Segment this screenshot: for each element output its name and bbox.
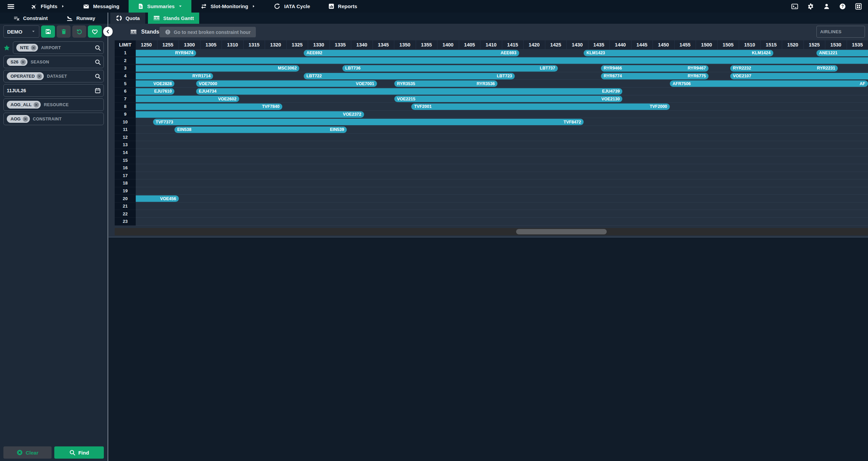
nav-item-messaging[interactable]: Messaging — [74, 0, 129, 13]
stand-occupancy-bar[interactable]: RYR3535RYR3536 — [394, 80, 498, 87]
stand-occupancy-bar[interactable]: VOE2602 — [136, 96, 239, 102]
envelope-icon — [83, 3, 89, 9]
filter-constraint[interactable]: AOGCONSTRAINT — [3, 113, 104, 125]
gear-icon[interactable] — [807, 3, 814, 10]
stand-occupancy-bar[interactable]: RYR9474 — [136, 50, 196, 56]
time-axis-label: 1420 — [523, 40, 545, 49]
stand-occupancy-bar[interactable]: LBT736LBT737 — [342, 65, 558, 72]
goto-next-broken-constraint-button[interactable]: Go to next broken constraint hour — [159, 27, 256, 37]
stand-occupancy-bar[interactable]: AEE692AEE693 — [304, 50, 519, 56]
departure-flight-label: RYR1714 — [192, 74, 211, 78]
date-field[interactable]: 11JUL26 — [3, 84, 104, 97]
filter-resource[interactable]: AOG_ALLRESOURCE — [3, 98, 104, 111]
departure-flight-label: AEE693 — [501, 51, 516, 55]
stand-occupancy-bar[interactable]: EJU4734EJU4739 — [196, 88, 623, 95]
help-icon[interactable]: ? — [839, 3, 846, 10]
gantt-row-8: 8TVF7840TVF2001TVF2000 — [115, 103, 868, 111]
departure-flight-label: RYR9474 — [175, 51, 193, 55]
stand-occupancy-bar[interactable]: EJU7610 — [136, 88, 174, 95]
user-icon[interactable] — [823, 3, 830, 10]
search-icon[interactable] — [95, 59, 101, 65]
undo-button[interactable] — [72, 25, 86, 38]
search-icon — [69, 449, 75, 456]
terminal-icon[interactable] — [791, 3, 798, 10]
stand-occupancy-bar[interactable]: TVF7840 — [136, 103, 282, 110]
stand-occupancy-bar[interactable]: AFR7506AF — [670, 80, 868, 87]
save-button[interactable] — [41, 25, 55, 38]
departure-flight-label: EJU4739 — [602, 89, 620, 94]
stand-occupancy-bar[interactable]: RYR9466RYR9467 — [601, 65, 709, 72]
chip-remove-icon[interactable] — [31, 45, 36, 51]
departure-flight-label: VOE2602 — [218, 97, 236, 101]
stand-occupancy-bar[interactable]: EIN538EIN539 — [174, 127, 347, 133]
favorite-button[interactable] — [88, 25, 102, 38]
nav-item-label: Slot-Monitoring — [211, 3, 248, 9]
tab-label: Runway — [76, 16, 95, 21]
preset-select[interactable]: DEMO — [3, 25, 39, 38]
stand-number: 2 — [115, 57, 136, 65]
time-axis-label: 1405 — [459, 40, 480, 49]
stand-occupancy-bar[interactable]: RYR1714 — [136, 73, 213, 79]
stand-occupancy-bar[interactable]: TVF7373TVF8472 — [153, 119, 584, 125]
filter-season[interactable]: S26SEASON — [3, 56, 104, 68]
hamburger-menu-button[interactable] — [0, 0, 22, 13]
tab-constraint[interactable]: Constraint — [8, 13, 53, 24]
trash-icon — [61, 28, 67, 35]
arrival-flight-label: RYR3535 — [397, 81, 415, 86]
tab-runway[interactable]: Runway — [61, 13, 101, 24]
nav-item-reports[interactable]: Reports — [319, 0, 366, 13]
departure-flight-label: RYR3536 — [477, 81, 495, 86]
time-axis-label: 1455 — [674, 40, 696, 49]
stand-occupancy-bar[interactable]: MSC3062 — [136, 65, 299, 72]
nav-item-flights[interactable]: Flights — [22, 0, 74, 13]
time-axis-label: 1435 — [588, 40, 610, 49]
apps-icon[interactable] — [855, 3, 862, 10]
tab-stands-gantt[interactable]: Stands Gantt — [148, 13, 199, 24]
horizontal-scrollbar-track[interactable] — [115, 228, 868, 235]
gantt-row-22: 22 — [115, 210, 868, 218]
nav-item-slot-monitoring[interactable]: Slot-Monitoring — [191, 0, 265, 13]
stand-occupancy-bar[interactable]: RYR2232RYR2231 — [730, 65, 838, 72]
tab-quota[interactable]: Quota — [110, 13, 145, 24]
filter-airport[interactable]: NTEAIRPORT — [13, 41, 104, 54]
filter-dataset[interactable]: OPERATEDDATASET — [3, 70, 104, 82]
calendar-icon[interactable] — [95, 88, 101, 94]
departure-flight-label: TVF8472 — [564, 120, 581, 124]
stand-occupancy-bar[interactable]: RYR6774RYR6775 — [601, 73, 709, 79]
stand-occupancy-bar[interactable]: ANE1221 — [816, 50, 868, 56]
stand-occupancy-bar[interactable]: LBT722LBT723 — [304, 73, 515, 79]
chip-remove-icon[interactable] — [20, 59, 26, 65]
stand-occupancy-bar[interactable]: TVF2001TVF2000 — [411, 103, 670, 110]
collapse-sidebar-button[interactable] — [103, 27, 113, 36]
stand-number: 5 — [115, 80, 136, 88]
find-button[interactable]: Find — [54, 446, 104, 459]
airlines-filter-input[interactable] — [816, 26, 865, 38]
search-icon[interactable] — [95, 45, 101, 51]
stand-occupancy-bar[interactable]: VOE2215VOE2130 — [394, 96, 623, 102]
nav-item-summaries[interactable]: Summaries — [129, 0, 191, 13]
stand-occupancy-bar[interactable]: KLM1423KLM1424 — [584, 50, 773, 56]
stand-occupancy-bar[interactable] — [136, 57, 868, 64]
departure-flight-label: EIN539 — [330, 127, 344, 132]
stand-occupancy-bar[interactable]: VOE2372 — [136, 111, 364, 118]
gantt-track — [136, 218, 868, 226]
top-navbar: FlightsMessagingSummariesSlot-Monitoring… — [0, 0, 868, 13]
stand-occupancy-bar[interactable]: VOE2828 — [136, 80, 174, 87]
gantt-track — [136, 156, 868, 164]
gantt-row-23: 23 — [115, 218, 868, 226]
chip-remove-icon[interactable] — [23, 116, 28, 122]
stand-occupancy-bar[interactable]: VOE456 — [136, 195, 179, 202]
time-axis-label: 1255 — [157, 40, 179, 49]
star-icon[interactable] — [3, 44, 13, 51]
search-icon[interactable] — [95, 73, 101, 79]
stand-occupancy-bar[interactable]: VOE2107 — [730, 73, 868, 79]
chip-remove-icon[interactable] — [34, 102, 39, 108]
filter-sidebar: DEMO NTEAIRPORTS26SEASONOPERATEDDATASET1… — [0, 24, 108, 461]
horizontal-scrollbar-thumb[interactable] — [516, 229, 606, 234]
nav-item-iata-cycle[interactable]: IATA Cycle — [265, 0, 319, 13]
chip-remove-icon[interactable] — [37, 74, 42, 79]
caret-right-icon — [61, 4, 65, 8]
stand-occupancy-bar[interactable]: VOE7000VOE7001 — [196, 80, 377, 87]
clear-button[interactable]: Clear — [3, 446, 52, 459]
delete-button[interactable] — [57, 25, 71, 38]
